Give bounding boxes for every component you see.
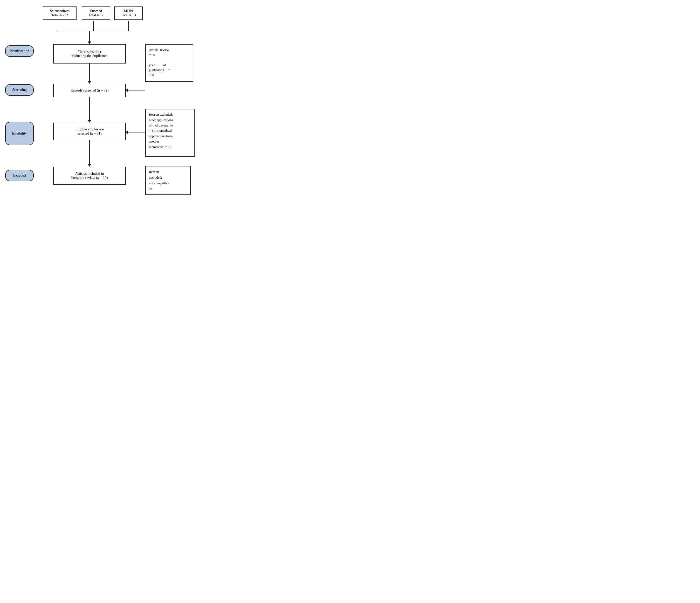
included-box: Articles included in literature review (… — [53, 167, 126, 185]
screened-box: Records screened (n = 72) — [53, 84, 126, 97]
source-mdpi: MDPI Total = 13 — [114, 6, 143, 20]
deduplication-box: The results after deducting the duplicat… — [53, 44, 126, 63]
svg-marker-9 — [88, 81, 91, 84]
phase-eligibility: Eligibility — [5, 122, 34, 145]
source-pubmed: Pubmed Total = 12 — [82, 6, 110, 20]
svg-marker-3 — [88, 42, 91, 44]
source-sciencedirect: Sciencedirect Total = 232 — [43, 6, 77, 20]
phase-identification: Identification — [5, 45, 34, 57]
phase-included: Included — [5, 170, 34, 181]
svg-marker-11 — [88, 120, 91, 123]
reason-excluded-1-box: Reason excluded:other applicationsof hyd… — [145, 109, 195, 157]
eligible-box: Eligible articles are selected (n = 11) — [53, 123, 126, 140]
prisma-diagram: Identification Screening Eligibility Inc… — [5, 5, 228, 202]
svg-marker-13 — [88, 164, 91, 167]
phase-screening: Screening — [5, 84, 34, 96]
reason-excluded-2-box: Reasonexcluded:not compatible=1 — [145, 166, 191, 195]
article-review-box: Article review= 30year ofpublication =13… — [145, 44, 193, 82]
